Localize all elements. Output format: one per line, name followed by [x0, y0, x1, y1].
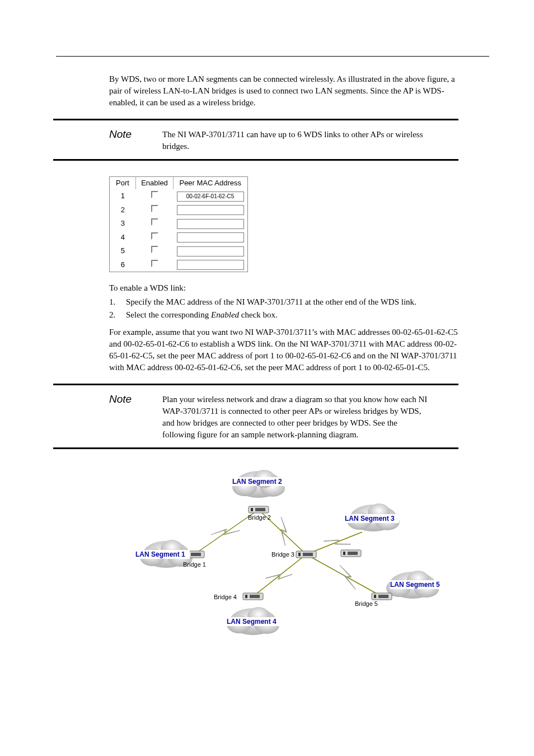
port-num: 4: [110, 231, 136, 245]
bridge2-label: Bridge 2: [248, 514, 271, 521]
enable-heading: To enable a WDS link:: [109, 282, 458, 294]
note-label: Note: [109, 127, 165, 142]
seg3-label: LAN Segment 3: [345, 515, 395, 522]
bridge5-label: Bridge 5: [355, 600, 378, 607]
note-label: Note: [109, 392, 165, 407]
svg-line-12: [306, 554, 382, 596]
port-num: 3: [110, 217, 136, 231]
mac-input[interactable]: [177, 192, 244, 202]
step-text: Select the corresponding Enabled check b…: [126, 309, 458, 321]
note-block-1: Note The NI WAP-3701/3711 can have up to…: [53, 119, 458, 161]
enabled-checkbox[interactable]: [151, 191, 158, 198]
col-mac: Peer MAC Address: [174, 177, 247, 189]
port-num: 1: [110, 189, 136, 203]
step-text: Specify the MAC address of the NI WAP-37…: [126, 296, 458, 308]
col-enabled: Enabled: [136, 177, 174, 189]
bridge1-label: Bridge 1: [183, 561, 206, 568]
steps-list: 1. Specify the MAC address of the NI WAP…: [109, 296, 458, 321]
mac-input[interactable]: [177, 219, 244, 229]
port-num: 2: [110, 203, 136, 217]
enabled-checkbox[interactable]: [151, 246, 158, 253]
table-row: 2: [110, 203, 247, 217]
table-row: 1: [110, 189, 247, 203]
note-text: Plan your wireless network and draw a di…: [162, 392, 428, 441]
step-num: 1.: [109, 296, 126, 308]
enabled-checkbox[interactable]: [151, 205, 158, 212]
wds-table: Port Enabled Peer MAC Address 1 2: [109, 176, 248, 272]
bridge3-label: Bridge 3: [271, 551, 294, 558]
bridge4-label: Bridge 4: [214, 594, 237, 600]
mac-input[interactable]: [177, 246, 244, 256]
intro-paragraph: By WDS, two or more LAN segments can be …: [109, 73, 458, 109]
col-port: Port: [110, 177, 136, 189]
mac-input[interactable]: [177, 232, 244, 242]
note-text: The NI WAP-3701/3711 can have up to 6 WD…: [162, 127, 428, 152]
enabled-checkbox[interactable]: [151, 218, 158, 226]
seg2-label: LAN Segment 2: [232, 478, 282, 486]
mac-input[interactable]: [177, 260, 244, 270]
enabled-checkbox[interactable]: [151, 232, 158, 240]
port-num: 5: [110, 244, 136, 258]
enabled-checkbox[interactable]: [151, 260, 158, 267]
seg5-label: LAN Segment 5: [390, 581, 440, 589]
table-row: 4: [110, 231, 247, 245]
seg4-label: LAN Segment 4: [227, 618, 277, 626]
port-num: 6: [110, 258, 136, 272]
network-diagram: LAN Segment 1 LAN Segment 2 LAN Segment …: [109, 459, 458, 642]
header-rule: [56, 56, 489, 57]
note-block-2: Note Plan your wireless network and draw…: [53, 384, 458, 449]
seg1-label: LAN Segment 1: [135, 550, 185, 558]
example-paragraph: For example, assume that you want two NI…: [109, 326, 458, 374]
table-row: 3: [110, 217, 247, 231]
table-row: 5: [110, 244, 247, 258]
table-row: 6: [110, 258, 247, 272]
mac-input[interactable]: [177, 205, 244, 215]
step-num: 2.: [109, 309, 126, 321]
